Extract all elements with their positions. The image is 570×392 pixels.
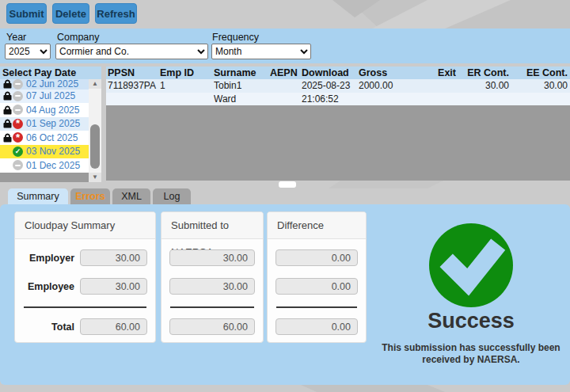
lock-icon (0, 91, 13, 101)
cell-download-time: 21:06:52 (302, 93, 359, 105)
frequency-label: Frequency (212, 32, 259, 43)
cloudpay-summary-card: Cloudpay Summary Employer 30.00 Employee… (14, 211, 156, 343)
cloudpay-employee-value: 30.00 (80, 278, 147, 295)
pay-date-label: 04 Aug 2025 (26, 105, 79, 116)
column-header-download: Download (302, 67, 359, 79)
column-header-aepn: AEPN (270, 67, 302, 79)
column-header-gross: Gross (359, 67, 426, 79)
card-title: Difference (268, 212, 366, 239)
summary-panel: Cloudpay Summary Employer 30.00 Employee… (0, 204, 570, 385)
total-divider (170, 306, 254, 308)
tab-errors[interactable]: Errors (70, 188, 110, 204)
cell-exit (426, 79, 456, 93)
lock-icon (0, 79, 13, 89)
pay-date-label: 01 Sep 2025 (26, 118, 80, 129)
minus-circle-icon (13, 79, 23, 89)
pay-date-label: 01 Dec 2025 (26, 160, 80, 171)
difference-card: Difference 0.00 0.00 0.00 (267, 211, 367, 343)
column-header-exit: Exit (426, 67, 456, 79)
frequency-select[interactable]: Month (211, 44, 311, 59)
error-circle-icon: * (13, 132, 23, 143)
pay-date-label: 03 Nov 2025 (26, 146, 80, 157)
scroll-up-arrow-icon[interactable]: ▲ (89, 79, 101, 89)
cell-ppsn: 7118937PA (106, 79, 160, 93)
cell-surname-line2: Ward (214, 93, 270, 105)
tab-log[interactable]: Log (153, 188, 191, 204)
cell-surname: Tobin1 (214, 79, 270, 93)
refresh-button[interactable]: Refresh (95, 3, 137, 24)
company-label: Company (57, 32, 100, 43)
column-header-er-cont: ER Cont. (456, 67, 509, 79)
cell-gross: 2000.00 (359, 79, 426, 93)
pay-date-row[interactable]: * 01 Sep 2025 (0, 117, 89, 131)
difference-employee-value: 0.00 (276, 278, 358, 295)
toolbar: Submit Delete Refresh (0, 0, 570, 29)
column-header-ee-cont: EE Cont. (509, 67, 568, 79)
tab-xml[interactable]: XML (112, 188, 150, 204)
minus-circle-icon (13, 91, 23, 101)
pay-date-row-selected[interactable]: ✓ 03 Nov 2025 (0, 145, 89, 159)
pay-date-label: 06 Oct 2025 (26, 132, 78, 143)
total-divider (276, 306, 357, 308)
tab-summary[interactable]: Summary (8, 188, 68, 204)
check-circle-icon: ✓ (13, 147, 23, 157)
pay-date-label: 02 Jun 2025 (26, 79, 78, 89)
employee-grid: PPSN Emp ID Surname AEPN Download Gross … (106, 67, 570, 181)
pay-date-row[interactable]: 07 Jul 2025 (0, 89, 89, 104)
naersa-employee-value: 30.00 (169, 278, 255, 295)
success-check-circle-icon (429, 223, 513, 307)
lock-icon (0, 119, 13, 128)
delete-button[interactable]: Delete (52, 3, 89, 24)
list-empty-area (0, 173, 89, 182)
year-select[interactable]: 2025 (5, 44, 51, 59)
splitter-handle[interactable] (279, 181, 296, 188)
employee-label: Employee (23, 281, 80, 292)
cloudpay-total-value: 60.00 (80, 318, 147, 335)
card-title: Cloudpay Summary (15, 212, 155, 239)
pay-date-panel: Select Pay Date 02 Jun 2025 07 Jul 2025 (0, 67, 101, 182)
scroll-down-arrow-icon[interactable]: ▼ (89, 173, 101, 182)
naersa-employer-value: 30.00 (169, 249, 255, 266)
difference-total-value: 0.00 (276, 318, 358, 335)
success-title: Success (372, 309, 570, 333)
success-message-line2: received by NAERSA. (364, 354, 570, 366)
pay-date-row[interactable]: * 06 Oct 2025 (0, 131, 89, 145)
cell-aepn (270, 79, 302, 93)
year-label: Year (6, 32, 26, 43)
pay-date-column-header: Select Pay Date (0, 67, 101, 79)
filter-bar: Year Company Frequency 2025 Cormier and … (0, 29, 570, 63)
error-circle-icon: * (13, 119, 23, 129)
pay-date-row[interactable]: 01 Dec 2025 (0, 158, 89, 173)
cloudpay-employer-value: 30.00 (80, 249, 147, 266)
employer-label: Employer (23, 253, 80, 264)
card-title: Submitted to NAERSA (162, 212, 263, 239)
naersa-submitted-card: Submitted to NAERSA 30.00 30.00 60.00 (161, 211, 264, 343)
payroll-submission-window: Submit Delete Refresh Year Company Frequ… (0, 0, 570, 392)
minus-circle-icon (13, 160, 23, 170)
naersa-total-value: 60.00 (169, 318, 255, 335)
total-label: Total (23, 322, 80, 333)
column-header-ppsn: PPSN (106, 67, 160, 79)
column-header-emp-id: Emp ID (160, 67, 214, 79)
lock-icon (0, 133, 13, 143)
pay-date-list: 02 Jun 2025 07 Jul 2025 04 Aug 2025 (0, 79, 89, 173)
submit-button[interactable]: Submit (6, 3, 47, 24)
lock-icon (0, 105, 13, 115)
scrollbar-thumb[interactable] (90, 124, 100, 169)
company-select[interactable]: Cormier and Co. (55, 44, 208, 59)
tab-strip: Summary Errors XML Log (8, 188, 191, 204)
cell-er-cont: 30.00 (456, 79, 509, 93)
difference-employer-value: 0.00 (276, 249, 358, 266)
total-divider (24, 306, 146, 308)
pay-date-row[interactable]: 04 Aug 2025 (0, 103, 89, 117)
pay-date-row[interactable]: 02 Jun 2025 (0, 79, 89, 89)
pay-date-scrollbar[interactable]: ▲ ▼ (89, 79, 101, 182)
employee-row[interactable]: 7118937PA 1 Tobin1 2025-08-23 2000.00 30… (106, 79, 570, 105)
grid-header-row: PPSN Emp ID Surname AEPN Download Gross … (106, 67, 570, 79)
cell-emp-id: 1 (160, 79, 214, 93)
minus-circle-icon (13, 105, 23, 115)
cell-ee-cont: 30.00 (509, 79, 568, 93)
success-message-line1: This submission has successfully been (364, 342, 570, 354)
success-message: This submission has successfully been re… (364, 342, 570, 366)
pay-date-label: 07 Jul 2025 (26, 90, 75, 101)
